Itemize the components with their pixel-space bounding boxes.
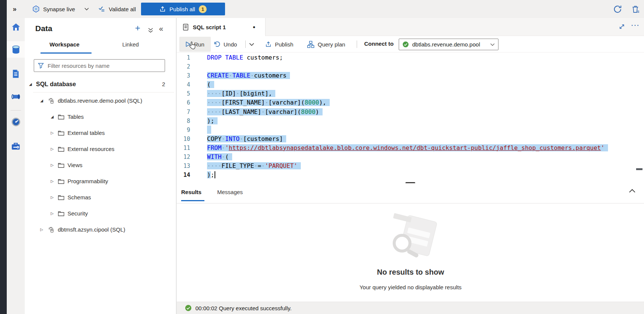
ellipsis-icon: ···	[631, 22, 640, 29]
code-line[interactable]: 2	[177, 62, 644, 71]
code-line[interactable]: 10COPY·INTO·[customers]	[177, 135, 644, 144]
collapse-panel-button[interactable]: «	[159, 24, 163, 33]
sql-code-editor[interactable]: 1DROP TABLE customers;23CREATE·TABLE·cus…	[177, 52, 644, 183]
rail-divider	[11, 110, 21, 111]
query-plan-label: Query plan	[318, 41, 345, 48]
query-plan-icon	[307, 41, 314, 48]
code-line[interactable]: 4(	[177, 80, 644, 89]
filter-input[interactable]	[47, 62, 161, 69]
tree-item-programmability[interactable]: ▷ Programmability	[25, 173, 176, 189]
environment-switcher[interactable]: Synapse live	[32, 0, 89, 18]
nav-integrate[interactable]	[7, 88, 25, 105]
publish-button[interactable]: Publish	[265, 36, 293, 52]
code-line[interactable]: 14);	[177, 170, 644, 179]
synapse-hexagon-icon	[32, 5, 40, 13]
tree-item-label: Schemas	[68, 194, 91, 200]
folder-icon	[58, 178, 65, 184]
refresh-button[interactable]	[613, 0, 622, 18]
nav-develop[interactable]	[7, 66, 25, 82]
tree-item-label: Programmability	[68, 178, 108, 184]
expander-icon[interactable]: ▷	[50, 163, 55, 167]
unsaved-dot-icon: ●	[253, 24, 255, 30]
publish-all-button[interactable]: Publish all 1	[141, 3, 225, 15]
plus-icon: +	[135, 23, 140, 33]
tree-item-sql-database[interactable]: ◢ SQL database 2	[25, 76, 176, 92]
nav-manage[interactable]	[7, 138, 25, 154]
code-line[interactable]: 13····FILE_TYPE·=·'PARQUET'	[177, 161, 644, 170]
mouse-hand-cursor-icon	[189, 41, 197, 50]
expander-icon[interactable]: ▷	[50, 131, 55, 135]
expander-icon[interactable]: ▷	[39, 227, 44, 232]
active-tab-underline	[41, 52, 92, 54]
no-results-illustration-icon	[383, 213, 439, 264]
expander-icon[interactable]: ◢	[39, 99, 44, 103]
tree-item-pool-dbtmsft[interactable]: ▷ dbtmsft.azsyn.cipool (SQL)	[25, 221, 176, 238]
tab-more-button[interactable]: ···	[631, 22, 640, 29]
tree-item-views[interactable]: ▷ Views	[25, 157, 176, 173]
expander-icon[interactable]: ▷	[50, 211, 55, 215]
expand-diagonal-icon	[618, 23, 625, 30]
editor-scrollbar[interactable]	[636, 168, 642, 170]
line-number: 7	[177, 108, 190, 117]
add-resource-button[interactable]: +	[135, 24, 140, 32]
code-line[interactable]: 11FROM·'https://dbtlabsynapsedatalake.bl…	[177, 144, 644, 153]
tab-results[interactable]: Results	[181, 189, 201, 195]
discard-all-button[interactable]	[631, 0, 640, 18]
pipeline-icon	[11, 91, 21, 102]
validate-all-label: Validate all	[109, 6, 136, 12]
tab-linked[interactable]: Linked	[112, 41, 149, 48]
tab-messages[interactable]: Messages	[217, 189, 243, 195]
undo-redo-dropdown-button[interactable]	[249, 36, 254, 52]
undo-button[interactable]: Undo	[213, 36, 237, 52]
sql-script-icon	[183, 24, 189, 31]
filter-box[interactable]	[34, 59, 165, 72]
code-line[interactable]: 5····[ID]·[bigint],	[177, 89, 644, 98]
tab-title: SQL script 1	[193, 24, 226, 30]
code-line[interactable]: 6····[FIRST_NAME]·[varchar](8000),	[177, 98, 644, 107]
chevron-down-icon	[84, 7, 89, 10]
line-number: 14	[177, 170, 190, 179]
code-line[interactable]: 12WITH·(	[177, 153, 644, 161]
toolbar-divider	[245, 40, 246, 48]
folder-icon	[58, 194, 65, 200]
expander-icon[interactable]: ▷	[50, 147, 55, 151]
code-line[interactable]: 1DROP TABLE customers;	[177, 53, 644, 62]
tree-item-label: External tables	[68, 130, 105, 136]
code-line[interactable]: 8);	[177, 117, 644, 126]
expander-icon[interactable]: ◢	[28, 82, 33, 86]
refresh-icon	[613, 4, 622, 14]
double-chevron-right-icon: »	[13, 5, 17, 13]
code-line[interactable]: 9	[177, 126, 644, 135]
expand-editor-button[interactable]	[618, 23, 625, 30]
expander-icon[interactable]: ◢	[50, 115, 55, 119]
tree-item-label: External resources	[68, 146, 114, 152]
expander-icon[interactable]: ▷	[50, 179, 55, 183]
double-chevron-down-icon	[148, 28, 153, 33]
validate-all-button[interactable]: Validate all	[98, 0, 136, 18]
nav-data[interactable]	[7, 41, 25, 58]
line-number: 13	[177, 161, 190, 170]
query-plan-button[interactable]: Query plan	[307, 36, 345, 52]
tree-item-external-tables[interactable]: ▷ External tables	[25, 125, 176, 141]
line-number: 12	[177, 153, 190, 161]
collapse-all-button[interactable]	[148, 28, 153, 33]
collapse-results-button[interactable]	[629, 189, 635, 193]
tree-item-external-resources[interactable]: ▷ External resources	[25, 141, 176, 157]
tree-item-pool-dbtlabs[interactable]: ◢ dbtlabs.revenue.demo.pool (SQL)	[25, 93, 176, 109]
tree-item-label: Security	[68, 210, 88, 217]
nav-monitor[interactable]	[7, 114, 25, 130]
double-chevron-left-icon: «	[159, 24, 163, 33]
connect-to-dropdown[interactable]: dbtlabs.revenue.demo.pool	[399, 39, 498, 50]
expander-icon[interactable]: ▷	[50, 195, 55, 199]
tab-workspace[interactable]: Workspace	[38, 41, 91, 48]
tree-item-security[interactable]: ▷ Security	[25, 205, 176, 221]
nav-home[interactable]	[7, 19, 25, 35]
code-line[interactable]: 3CREATE·TABLE·customers	[177, 71, 644, 80]
tree-item-schemas[interactable]: ▷ Schemas	[25, 189, 176, 205]
tab-sql-script-1[interactable]: SQL script 1 ●	[177, 18, 266, 36]
code-line[interactable]: 7····[LAST_NAME]·[varchar](8000)	[177, 108, 644, 117]
main-content: SQL script 1 ● ··· Run	[176, 18, 644, 314]
expand-menu-button[interactable]: »	[13, 0, 17, 18]
synapse-studio-window: » Synapse live Validate all Publi	[0, 0, 644, 314]
tree-item-tables[interactable]: ◢ Tables	[25, 109, 176, 125]
